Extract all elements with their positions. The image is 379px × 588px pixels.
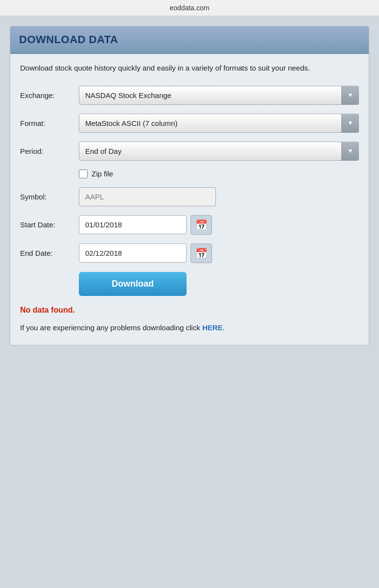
end-date-row: End Date: 📅 [20,244,359,263]
info-text-before: If you are experiencing any problems dow… [20,323,202,332]
end-date-input[interactable] [79,244,187,263]
download-card: DOWNLOAD DATA Download stock quote histo… [10,26,369,345]
info-text-after: . [223,323,225,332]
page-title: DOWNLOAD DATA [19,33,360,46]
format-row: Format: MetaStock ASCII (7 column) CSV T… [20,114,359,133]
page-wrapper: DOWNLOAD DATA Download stock quote histo… [0,16,379,588]
end-date-control: 📅 [79,244,359,263]
symbol-control [79,187,359,206]
symbol-label: Symbol: [20,193,79,201]
period-label: Period: [20,147,79,155]
exchange-control: NASDAQ Stock Exchange NYSE AMEX LSE [79,86,359,105]
end-date-input-row: 📅 [79,244,359,263]
exchange-select-wrapper: NASDAQ Stock Exchange NYSE AMEX LSE [79,86,359,105]
info-text: If you are experiencing any problems dow… [20,322,359,334]
description-text: Download stock quote history quickly and… [20,63,359,74]
zip-file-row: Zip file [79,170,359,178]
period-control: End of Day Weekly Monthly [79,142,359,161]
zip-file-label[interactable]: Zip file [92,170,113,178]
period-select[interactable]: End of Day Weekly Monthly [79,142,359,161]
format-control: MetaStock ASCII (7 column) CSV Text [79,114,359,133]
period-row: Period: End of Day Weekly Monthly [20,142,359,161]
start-date-input-row: 📅 [79,215,359,235]
start-date-input[interactable] [79,215,187,234]
start-date-row: Start Date: 📅 [20,215,359,235]
format-label: Format: [20,119,79,127]
info-link[interactable]: HERE [202,323,223,332]
exchange-row: Exchange: NASDAQ Stock Exchange NYSE AME… [20,86,359,105]
end-date-label: End Date: [20,249,79,257]
symbol-input[interactable] [79,187,216,206]
card-header: DOWNLOAD DATA [10,26,369,54]
exchange-select[interactable]: NASDAQ Stock Exchange NYSE AMEX LSE [79,86,359,105]
period-select-wrapper: End of Day Weekly Monthly [79,142,359,161]
format-select[interactable]: MetaStock ASCII (7 column) CSV Text [79,114,359,133]
zip-file-checkbox[interactable] [79,170,88,178]
start-date-calendar-icon[interactable]: 📅 [190,215,212,235]
end-date-calendar-icon[interactable]: 📅 [190,244,212,263]
symbol-row: Symbol: [20,187,359,206]
card-body: Download stock quote history quickly and… [10,54,369,345]
download-button[interactable]: Download [79,272,187,296]
exchange-label: Exchange: [20,91,79,99]
error-message: No data found. [20,306,359,315]
start-date-control: 📅 [79,215,359,235]
format-select-wrapper: MetaStock ASCII (7 column) CSV Text [79,114,359,133]
browser-url-bar: eoddata.com [0,0,379,16]
start-date-label: Start Date: [20,220,79,229]
url-text: eoddata.com [170,4,210,12]
